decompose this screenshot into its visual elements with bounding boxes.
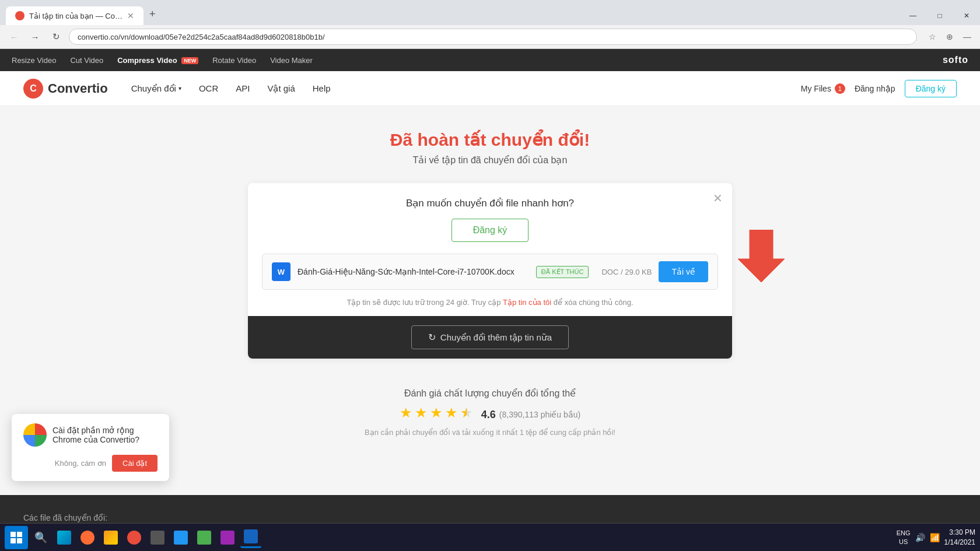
download-button[interactable]: Tải về (659, 261, 708, 282)
taskbar-icon-4[interactable] (124, 527, 145, 548)
nav-links: Chuyển đổi ▾ OCR API Vật giá Help (131, 83, 331, 94)
login-button[interactable]: Đăng nhập (855, 84, 895, 93)
rating-note: Bạn cần phải chuyển đổi và tải xuống ít … (260, 428, 720, 437)
taskbar-icon-1[interactable] (54, 527, 75, 548)
star-3: ★ (430, 405, 443, 421)
my-files-button[interactable]: My Files 1 (801, 83, 845, 94)
file-type-icon: W (272, 262, 290, 281)
star-1: ★ (400, 405, 412, 421)
rating-count: (8,390,113 phiếu bầu) (499, 410, 580, 419)
compress-video-link[interactable]: Compress Video NEW (117, 56, 198, 65)
logo-text: Convertio (48, 81, 108, 96)
maximize-button[interactable]: □ (926, 6, 953, 25)
softo-logo: softo (943, 55, 968, 65)
register-button[interactable]: Đăng ký (905, 80, 957, 97)
nav-api[interactable]: API (236, 83, 250, 93)
refresh-icon: ↻ (428, 332, 436, 343)
system-tray: ENGUS 🔊 📶 3:30 PM 1/14/2021 (897, 528, 975, 548)
resize-video-link[interactable]: Resize Video (12, 56, 56, 65)
svg-rect-1 (10, 532, 16, 537)
reload-button[interactable]: ↻ (48, 29, 64, 45)
svg-rect-3 (10, 538, 16, 543)
upsell-text: Bạn muốn chuyển đổi file nhanh hơn? (262, 197, 718, 209)
register-upsell-button[interactable]: Đăng ký (452, 219, 529, 242)
main-card: ✕ Bạn muốn chuyển đổi file nhanh hơn? Đă… (248, 183, 732, 359)
star-2: ★ (415, 405, 428, 421)
tray-volume: 🔊 (915, 533, 925, 542)
extension-popup: Cài đặt phần mở rộng Chrome của Converti… (12, 414, 169, 481)
start-button[interactable] (5, 526, 28, 549)
logo-area[interactable]: C Convertio (23, 79, 108, 99)
extension-popup-header: Cài đặt phần mở rộng Chrome của Converti… (23, 423, 158, 447)
close-card-button[interactable]: ✕ (713, 191, 723, 205)
main-navigation: C Convertio Chuyển đổi ▾ OCR API Vật giá… (0, 71, 980, 106)
forward-button[interactable]: → (27, 29, 43, 45)
rating-label: Đánh giá chất lượng chuyển đổi tổng thể (260, 388, 720, 399)
chevron-down-icon: ▾ (178, 85, 181, 92)
profile-icon[interactable]: — (960, 30, 974, 44)
close-button[interactable]: ✕ (953, 6, 980, 25)
tray-network: 📶 (930, 533, 940, 542)
convert-more-button[interactable]: ↻ Chuyển đổi thêm tập tin nữa (411, 325, 569, 349)
new-tab-button[interactable]: + (144, 3, 162, 25)
bookmark-icon[interactable]: ☆ (925, 30, 939, 44)
extension-install-button[interactable]: Cài đặt (112, 455, 158, 472)
file-meta: DOC / 29.0 KB (601, 268, 652, 276)
address-bar[interactable] (69, 29, 917, 45)
svg-rect-2 (17, 532, 22, 537)
extension-popup-buttons: Không, cám ơn Cài đặt (23, 455, 158, 472)
chrome-icon (23, 423, 47, 447)
tab-title: Tải tập tin của bạn — Convertio (29, 12, 123, 20)
storage-note: Tập tin sẽ được lưu trữ trong 24 giờ. Tr… (262, 298, 718, 307)
tab-favicon (15, 11, 24, 20)
svg-marker-0 (738, 230, 785, 282)
rating-score: 4.6 (481, 409, 496, 421)
nav-right: My Files 1 Đăng nhập Đăng ký (801, 80, 957, 97)
extensions-icon[interactable]: ⊕ (943, 30, 957, 44)
taskbar-icon-8[interactable] (217, 527, 238, 548)
extension-popup-title: Cài đặt phần mở rộng Chrome của Converti… (52, 426, 158, 444)
nav-help[interactable]: Help (313, 83, 331, 93)
taskbar-icon-2[interactable] (77, 527, 98, 548)
nav-chuyen-doi[interactable]: Chuyển đổi ▾ (131, 83, 181, 94)
new-badge: NEW (181, 57, 198, 64)
minimize-button[interactable]: — (900, 6, 926, 25)
download-row: W Đánh-Giá-Hiệu-Năng-Sức-Mạnh-Intel-Core… (262, 254, 718, 290)
cut-video-link[interactable]: Cut Video (70, 56, 103, 65)
browser-tab[interactable]: Tải tập tin của bạn — Convertio ✕ (6, 6, 144, 25)
tray-lang: ENGUS (897, 529, 911, 546)
rotate-video-link[interactable]: Rotate Video (212, 56, 256, 65)
success-subtitle: Tải về tập tin đã chuyển đổi của bạn (0, 155, 980, 166)
system-clock: 3:30 PM 1/14/2021 (944, 528, 975, 548)
taskbar-search[interactable]: 🔍 (30, 527, 51, 548)
logo-icon: C (23, 79, 43, 99)
taskbar-icon-active[interactable] (240, 527, 261, 548)
tab-close-button[interactable]: ✕ (127, 11, 134, 20)
star-half: ★ ★ (460, 405, 473, 421)
download-arrow (738, 230, 785, 285)
video-maker-link[interactable]: Video Maker (270, 56, 313, 65)
status-badge: ĐÃ KẾT THÚC (536, 266, 589, 278)
svg-rect-4 (17, 538, 22, 543)
footer-stats-label: Các file đã chuyển đổi: (23, 513, 107, 522)
extension-no-button[interactable]: Không, cám ơn (55, 455, 106, 472)
my-files-badge: 1 (835, 83, 845, 94)
download-area-wrapper: ✕ Bạn muốn chuyển đổi file nhanh hơn? Đă… (248, 183, 732, 359)
back-button[interactable]: ← (6, 29, 22, 45)
my-files-storage-link[interactable]: Tập tin của tôi (503, 298, 551, 307)
taskbar-icon-3[interactable] (100, 527, 121, 548)
taskbar-icon-7[interactable] (194, 527, 215, 548)
taskbar-icon-6[interactable] (170, 527, 191, 548)
taskbar-icon-5[interactable] (147, 527, 168, 548)
file-name: Đánh-Giá-Hiệu-Năng-Sức-Mạnh-Intel-Core-i… (298, 267, 529, 276)
star-rating: ★ ★ ★ ★ ★ ★ (400, 405, 473, 421)
nav-pricing[interactable]: Vật giá (267, 83, 295, 94)
star-4: ★ (445, 405, 458, 421)
nav-ocr[interactable]: OCR (199, 83, 218, 93)
video-toolbar: Resize Video Cut Video Compress Video NE… (0, 49, 980, 71)
rating-section: Đánh giá chất lượng chuyển đổi tổng thể … (248, 376, 732, 448)
taskbar: 🔍 ENGUS 🔊 📶 3:30 PM 1/14/2021 (0, 523, 980, 551)
success-title: Đã hoàn tất chuyển đổi! (0, 129, 980, 150)
convert-more-bar: ↻ Chuyển đổi thêm tập tin nữa (248, 316, 732, 359)
